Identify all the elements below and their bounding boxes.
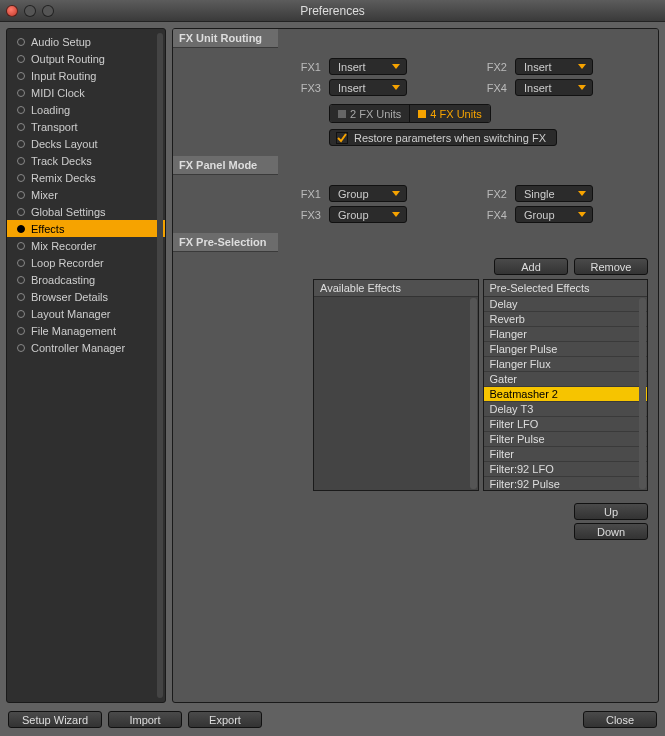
preferences-main: FX Unit Routing FX1 Insert FX2 Insert FX… <box>172 28 659 703</box>
fx4-mode-dropdown[interactable]: Group <box>515 206 593 223</box>
preselected-effects-header: Pre-Selected Effects <box>484 280 648 297</box>
titlebar: Preferences <box>0 0 665 22</box>
list-item[interactable]: Filter Pulse <box>484 432 648 447</box>
radio-icon <box>17 174 25 182</box>
fx-units-toggle[interactable]: 2 FX Units 4 FX Units <box>329 104 491 123</box>
list-item[interactable]: Flanger Flux <box>484 357 648 372</box>
sidebar-item-label: Global Settings <box>31 206 106 218</box>
sidebar-item-label: Transport <box>31 121 78 133</box>
remove-button[interactable]: Remove <box>574 258 648 275</box>
preselected-effects-list[interactable]: Pre-Selected Effects DelayReverbFlangerF… <box>483 279 649 491</box>
radio-icon <box>17 259 25 267</box>
section-header-fx-preselection: FX Pre-Selection <box>173 233 278 252</box>
add-button[interactable]: Add <box>494 258 568 275</box>
window-title: Preferences <box>0 4 665 18</box>
sidebar-item-label: Mixer <box>31 189 58 201</box>
sidebar-item[interactable]: Global Settings <box>7 203 165 220</box>
setup-wizard-button[interactable]: Setup Wizard <box>8 711 102 728</box>
chevron-down-icon <box>578 191 586 196</box>
radio-icon <box>17 242 25 250</box>
radio-icon <box>17 276 25 284</box>
list-item[interactable]: Filter:92 Pulse <box>484 477 648 490</box>
fx4-routing-dropdown[interactable]: Insert <box>515 79 593 96</box>
sidebar-item-label: Broadcasting <box>31 274 95 286</box>
sidebar-item[interactable]: Browser Details <box>7 288 165 305</box>
radio-icon <box>17 344 25 352</box>
fx3-routing-label: FX3 <box>287 82 321 94</box>
sidebar-item-label: Audio Setup <box>31 36 91 48</box>
up-button[interactable]: Up <box>574 503 648 520</box>
sidebar-item[interactable]: Mixer <box>7 186 165 203</box>
import-button[interactable]: Import <box>108 711 182 728</box>
restore-params-checkbox-row[interactable]: Restore parameters when switching FX <box>329 129 557 146</box>
chevron-down-icon <box>392 64 400 69</box>
fx1-mode-dropdown[interactable]: Group <box>329 185 407 202</box>
list-item[interactable]: Gater <box>484 372 648 387</box>
fx4-mode-label: FX4 <box>473 209 507 221</box>
sidebar-item[interactable]: Loading <box>7 101 165 118</box>
sidebar-item-label: Loop Recorder <box>31 257 104 269</box>
radio-icon <box>17 89 25 97</box>
fx1-mode-label: FX1 <box>287 188 321 200</box>
list-item[interactable]: Delay <box>484 297 648 312</box>
export-button[interactable]: Export <box>188 711 262 728</box>
sidebar-item-label: Loading <box>31 104 70 116</box>
indicator-icon <box>338 110 346 118</box>
footer: Setup Wizard Import Export Close <box>6 703 659 730</box>
sidebar-item-label: Controller Manager <box>31 342 125 354</box>
section-header-fx-panel-mode: FX Panel Mode <box>173 156 278 175</box>
sidebar-item[interactable]: File Management <box>7 322 165 339</box>
list-item[interactable]: Flanger <box>484 327 648 342</box>
list-item[interactable]: Beatmasher 2 <box>484 387 648 402</box>
radio-icon <box>17 38 25 46</box>
radio-icon <box>17 106 25 114</box>
sidebar-item[interactable]: Broadcasting <box>7 271 165 288</box>
sidebar-item[interactable]: Remix Decks <box>7 169 165 186</box>
fx3-routing-dropdown[interactable]: Insert <box>329 79 407 96</box>
close-button[interactable]: Close <box>583 711 657 728</box>
radio-icon <box>17 123 25 131</box>
fx1-routing-dropdown[interactable]: Insert <box>329 58 407 75</box>
chevron-down-icon <box>392 191 400 196</box>
preferences-sidebar[interactable]: Audio SetupOutput RoutingInput RoutingMI… <box>6 28 166 703</box>
down-button[interactable]: Down <box>574 523 648 540</box>
sidebar-item-label: MIDI Clock <box>31 87 85 99</box>
sidebar-item-label: Track Decks <box>31 155 92 167</box>
sidebar-item[interactable]: Audio Setup <box>7 33 165 50</box>
sidebar-item[interactable]: Mix Recorder <box>7 237 165 254</box>
list-item[interactable]: Filter <box>484 447 648 462</box>
fx3-mode-label: FX3 <box>287 209 321 221</box>
sidebar-item[interactable]: Effects <box>7 220 165 237</box>
fx3-mode-dropdown[interactable]: Group <box>329 206 407 223</box>
sidebar-item[interactable]: Controller Manager <box>7 339 165 356</box>
chevron-down-icon <box>578 64 586 69</box>
sidebar-item[interactable]: Transport <box>7 118 165 135</box>
sidebar-item[interactable]: Input Routing <box>7 67 165 84</box>
sidebar-item-label: File Management <box>31 325 116 337</box>
radio-icon <box>17 157 25 165</box>
sidebar-item[interactable]: MIDI Clock <box>7 84 165 101</box>
list-item[interactable]: Flanger Pulse <box>484 342 648 357</box>
sidebar-item-label: Mix Recorder <box>31 240 96 252</box>
sidebar-item[interactable]: Output Routing <box>7 50 165 67</box>
sidebar-item[interactable]: Layout Manager <box>7 305 165 322</box>
fx2-routing-label: FX2 <box>473 61 507 73</box>
sidebar-item-label: Remix Decks <box>31 172 96 184</box>
chevron-down-icon <box>578 85 586 90</box>
sidebar-item-label: Effects <box>31 223 64 235</box>
list-item[interactable]: Filter:92 LFO <box>484 462 648 477</box>
four-fx-units-button[interactable]: 4 FX Units <box>409 105 489 122</box>
sidebar-item[interactable]: Track Decks <box>7 152 165 169</box>
list-item[interactable]: Filter LFO <box>484 417 648 432</box>
available-effects-list[interactable]: Available Effects <box>313 279 479 491</box>
sidebar-item-label: Layout Manager <box>31 308 111 320</box>
list-item[interactable]: Delay T3 <box>484 402 648 417</box>
fx2-routing-dropdown[interactable]: Insert <box>515 58 593 75</box>
two-fx-units-button[interactable]: 2 FX Units <box>330 105 409 122</box>
sidebar-item[interactable]: Decks Layout <box>7 135 165 152</box>
checkbox-icon[interactable] <box>336 132 348 144</box>
list-item[interactable]: Reverb <box>484 312 648 327</box>
sidebar-item[interactable]: Loop Recorder <box>7 254 165 271</box>
sidebar-item-label: Input Routing <box>31 70 96 82</box>
fx2-mode-dropdown[interactable]: Single <box>515 185 593 202</box>
